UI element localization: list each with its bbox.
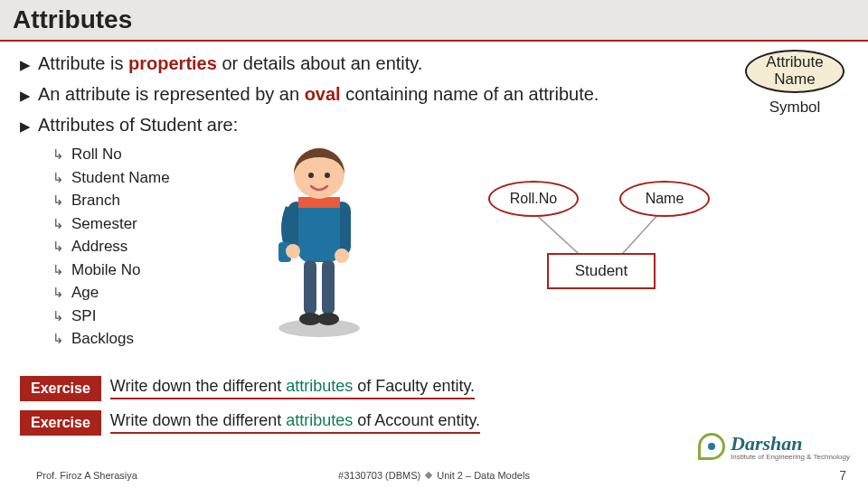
ex2-post: of Account entity. — [353, 411, 480, 429]
svg-point-8 — [317, 313, 339, 325]
bullet-1: ▶ Attribute is properties or details abo… — [20, 51, 850, 76]
attribute-symbol-ellipse: Attribute Name — [745, 50, 844, 93]
er-attr-name: Name — [619, 181, 710, 217]
list-item: ↳Semester — [52, 212, 850, 236]
svg-point-14 — [335, 249, 349, 263]
slide-content: ▶ Attribute is properties or details abo… — [0, 42, 868, 436]
exercise-label: Exercise — [20, 376, 101, 401]
list-item: ↳Address — [52, 235, 850, 258]
list-item: ↳SPI — [52, 305, 850, 328]
er-diagram: Roll.No Name Student — [479, 176, 723, 312]
arrow-bullet-icon: ↳ — [52, 306, 64, 327]
logo-mark-icon — [698, 433, 725, 460]
triangle-bullet-icon: ▶ — [20, 117, 31, 136]
ex1-pre: Write down the different — [110, 377, 286, 395]
ex2-pre: Write down the different — [110, 411, 286, 429]
ex1-attr: attributes — [286, 377, 353, 395]
footer-unit: Unit 2 – Data Models — [437, 470, 530, 481]
svg-rect-5 — [304, 260, 316, 314]
bullet-3: ▶ Attributes of Student are: — [20, 112, 850, 137]
bullet-1-pre: Attribute is — [38, 53, 128, 73]
symbol-label: Symbol — [745, 99, 844, 117]
exercise-label: Exercise — [20, 410, 101, 436]
triangle-bullet-icon: ▶ — [20, 55, 31, 74]
svg-point-11 — [308, 173, 314, 178]
symbol-text: Attribute Name — [747, 54, 843, 88]
arrow-bullet-icon: ↳ — [52, 145, 64, 165]
er-entity-student: Student — [547, 253, 656, 289]
exercise-row-1: Exercise Write down the different attrib… — [20, 376, 850, 401]
symbol-definition: Attribute Name Symbol — [745, 50, 844, 117]
arrow-bullet-icon: ↳ — [52, 214, 64, 235]
slide-footer: Prof. Firoz A Sherasiya #3130703 (DBMS) … — [0, 463, 868, 488]
arrow-bullet-icon: ↳ — [52, 260, 64, 281]
arrow-bullet-icon: ↳ — [52, 329, 64, 350]
arrow-bullet-icon: ↳ — [52, 237, 64, 258]
slide-header: Attributes — [0, 0, 868, 42]
list-item: ↳Student Name — [52, 166, 850, 190]
list-item: ↳Branch — [52, 189, 850, 212]
sub-item-label: Semester — [71, 212, 137, 236]
attribute-sublist: ↳Roll No ↳Student Name ↳Branch ↳Semester… — [52, 143, 850, 351]
sub-item-label: Roll No — [71, 143, 122, 166]
list-item: ↳Mobile No — [52, 258, 850, 282]
bullet-2-highlight: oval — [305, 84, 341, 104]
list-item: ↳Age — [52, 281, 850, 305]
ex2-attr: attributes — [286, 411, 353, 429]
bullet-1-post: or details about an entity. — [217, 53, 423, 73]
footer-professor: Prof. Firoz A Sherasiya — [36, 470, 137, 481]
bullet-2-post: containing name of an attribute. — [341, 84, 599, 104]
sub-item-label: Mobile No — [71, 258, 141, 282]
slide-title: Attributes — [13, 5, 132, 34]
diamond-separator-icon — [425, 472, 432, 479]
er-attr-rollno: Roll.No — [488, 181, 579, 217]
svg-point-13 — [286, 244, 300, 258]
bullet-1-highlight: properties — [128, 53, 217, 73]
svg-point-12 — [325, 173, 330, 178]
footer-course-code: #3130703 (DBMS) — [338, 470, 420, 481]
sub-item-label: Address — [71, 235, 127, 258]
arrow-bullet-icon: ↳ — [52, 283, 64, 304]
svg-rect-6 — [322, 260, 335, 314]
sub-item-label: Age — [71, 281, 99, 305]
list-item: ↳Backlogs — [52, 327, 850, 351]
sub-item-label: Student Name — [71, 166, 170, 190]
bullet-3-text: Attributes of Student are: — [38, 112, 238, 137]
institute-logo: Darshan Institute of Engineering & Techn… — [698, 432, 850, 461]
page-number: 7 — [839, 468, 846, 483]
arrow-bullet-icon: ↳ — [52, 168, 64, 189]
bullet-2-pre: An attribute is represented by an — [38, 84, 305, 104]
exercise-block: Exercise Write down the different attrib… — [20, 376, 850, 436]
arrow-bullet-icon: ↳ — [52, 191, 64, 211]
ex1-post: of Faculty entity. — [353, 377, 475, 395]
student-illustration — [251, 134, 387, 342]
sub-item-label: Backlogs — [71, 327, 134, 351]
bullet-2: ▶ An attribute is represented by an oval… — [20, 81, 850, 107]
triangle-bullet-icon: ▶ — [20, 86, 31, 105]
sub-item-label: SPI — [71, 305, 96, 328]
sub-item-label: Branch — [71, 189, 120, 212]
list-item: ↳Roll No — [52, 143, 850, 166]
logo-subtitle: Institute of Engineering & Technology — [731, 453, 850, 461]
